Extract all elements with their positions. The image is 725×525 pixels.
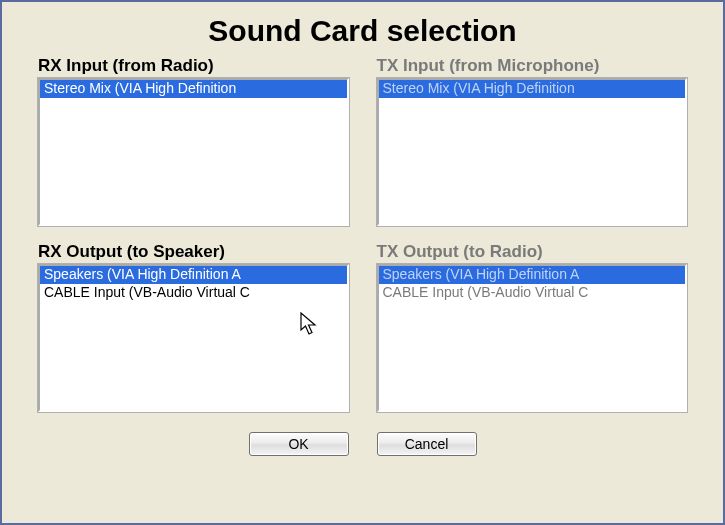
tx-input-panel: TX Input (from Microphone) Stereo Mix (V…	[377, 56, 688, 226]
list-item[interactable]: Speakers (VIA High Definition A	[379, 266, 686, 284]
tx-output-listbox[interactable]: Speakers (VIA High Definition ACABLE Inp…	[377, 264, 688, 412]
list-item[interactable]: CABLE Input (VB-Audio Virtual C	[379, 284, 686, 302]
sound-panels: RX Input (from Radio) Stereo Mix (VIA Hi…	[2, 56, 723, 424]
tx-output-label: TX Output (to Radio)	[377, 242, 688, 262]
list-item[interactable]: Stereo Mix (VIA High Definition	[379, 80, 686, 98]
ok-button[interactable]: OK	[249, 432, 349, 456]
list-item[interactable]: Speakers (VIA High Definition A	[40, 266, 347, 284]
dialog-buttons: OK Cancel	[2, 432, 723, 456]
dialog-title: Sound Card selection	[2, 2, 723, 56]
rx-input-label: RX Input (from Radio)	[38, 56, 349, 76]
rx-input-listbox[interactable]: Stereo Mix (VIA High Definition	[38, 78, 349, 226]
tx-input-listbox[interactable]: Stereo Mix (VIA High Definition	[377, 78, 688, 226]
tx-output-panel: TX Output (to Radio) Speakers (VIA High …	[377, 242, 688, 412]
list-item[interactable]: CABLE Input (VB-Audio Virtual C	[40, 284, 347, 302]
rx-output-panel: RX Output (to Speaker) Speakers (VIA Hig…	[38, 242, 349, 412]
cancel-button[interactable]: Cancel	[377, 432, 477, 456]
rx-output-label: RX Output (to Speaker)	[38, 242, 349, 262]
list-item[interactable]: Stereo Mix (VIA High Definition	[40, 80, 347, 98]
rx-input-panel: RX Input (from Radio) Stereo Mix (VIA Hi…	[38, 56, 349, 226]
rx-output-listbox[interactable]: Speakers (VIA High Definition ACABLE Inp…	[38, 264, 349, 412]
tx-input-label: TX Input (from Microphone)	[377, 56, 688, 76]
